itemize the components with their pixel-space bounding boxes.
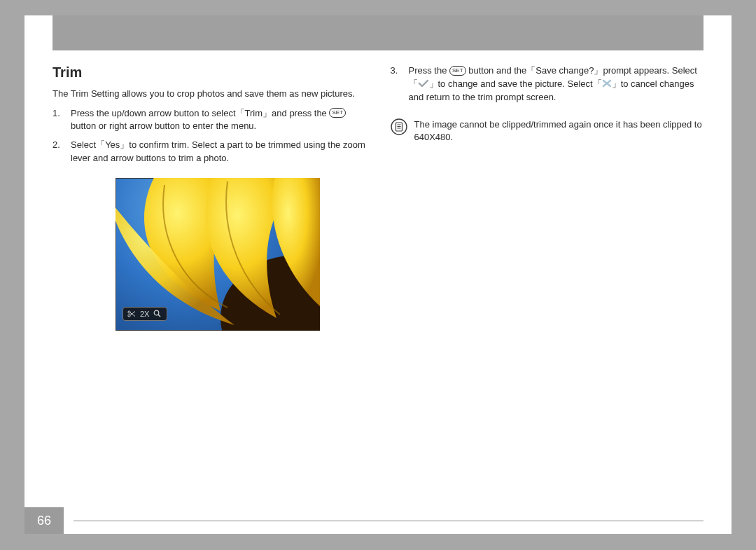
step-text-pre: Select「Yes」to confirm trim. Select a par… (71, 139, 365, 163)
step-3: 3. Press the SET button and the「Save cha… (391, 64, 704, 104)
step3-c: 」to change and save the picture. Select「 (429, 78, 602, 89)
cross-icon (602, 79, 612, 88)
steps-left: 1. Press the up/down arrow button to sel… (52, 107, 366, 165)
step-number: 3. (391, 64, 398, 78)
left-column: Trim The Trim Setting allows you to crop… (52, 64, 366, 331)
set-button-icon: SET (449, 66, 466, 76)
footer-rule (74, 521, 704, 521)
zoom-indicator: 2X (122, 307, 167, 321)
page-footer: 66 (24, 507, 732, 534)
step-number: 2. (52, 139, 60, 152)
content-columns: Trim The Trim Setting allows you to crop… (24, 50, 732, 331)
steps-right: 3. Press the SET button and the「Save cha… (391, 64, 704, 104)
step-number: 1. (52, 107, 60, 121)
header-bar (52, 15, 704, 50)
page-number: 66 (24, 507, 64, 534)
step-1: 1. Press the up/down arrow button to sel… (52, 107, 366, 134)
svg-point-5 (155, 311, 160, 316)
set-button-icon: SET (329, 108, 346, 118)
check-icon (418, 79, 429, 88)
note-text: The image cannot be clipped/trimmed agai… (414, 118, 704, 145)
note: The image cannot be clipped/trimmed agai… (391, 118, 704, 145)
note-icon (391, 118, 407, 135)
magnifier-icon (153, 310, 161, 317)
right-column: 3. Press the SET button and the「Save cha… (391, 64, 704, 331)
step-2: 2. Select「Yes」to confirm trim. Select a … (52, 139, 366, 165)
section-title: Trim (52, 64, 366, 81)
step3-a: Press the (409, 65, 450, 76)
zoom-level: 2X (140, 310, 149, 318)
step-text-post: button or right arrow button to enter th… (71, 121, 256, 131)
camera-preview: 2X (115, 178, 320, 331)
svg-line-6 (158, 315, 160, 317)
intro-text: The Trim Setting allows you to crop phot… (52, 88, 366, 100)
step-text-pre: Press the up/down arrow button to select… (71, 108, 329, 118)
manual-page: Trim The Trim Setting allows you to crop… (24, 15, 732, 534)
scissors-icon (127, 310, 136, 317)
